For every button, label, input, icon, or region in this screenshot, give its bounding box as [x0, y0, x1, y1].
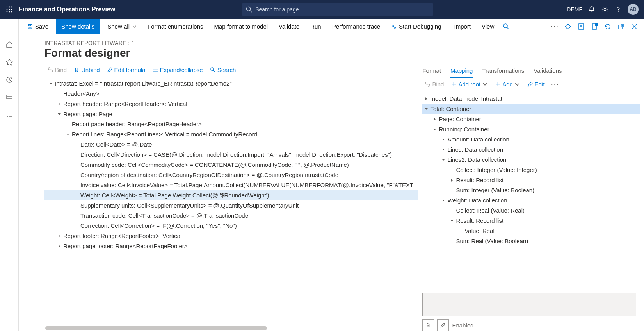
- run-button[interactable]: Run: [305, 19, 327, 34]
- waffle-icon[interactable]: [3, 3, 16, 16]
- help-icon[interactable]: [614, 5, 622, 13]
- global-search[interactable]: Search for a page: [242, 3, 433, 16]
- show-all-button[interactable]: Show all: [102, 19, 142, 34]
- hamburger-icon[interactable]: [6, 23, 13, 32]
- expand-collapse-button[interactable]: Expand/collapse: [149, 66, 206, 73]
- bind-button[interactable]: Bind: [44, 66, 70, 73]
- start-debug-button[interactable]: Start Debugging: [386, 19, 447, 34]
- chevron-down-icon[interactable]: [440, 157, 447, 163]
- chevron-down-icon[interactable]: [56, 111, 62, 117]
- tree-node[interactable]: Report footer: Range<ReportFooter>: Vert…: [44, 231, 418, 241]
- edit-button[interactable]: Edit: [524, 81, 548, 88]
- edit-formula-button[interactable]: Edit formula: [104, 66, 149, 73]
- refresh-icon[interactable]: [601, 19, 614, 34]
- tree-node[interactable]: Total: Container: [422, 104, 640, 114]
- chevron-down-icon[interactable]: [449, 218, 455, 224]
- attachment-icon[interactable]: 0: [588, 19, 601, 34]
- validate-button[interactable]: Validate: [273, 19, 305, 34]
- avatar[interactable]: AD: [628, 4, 639, 15]
- tree-node[interactable]: Correction: Cell<Correction> = IF(@.Corr…: [44, 221, 418, 231]
- chevron-right-icon[interactable]: [449, 177, 455, 183]
- tree-node[interactable]: Value: Real: [422, 226, 640, 236]
- diamond-icon[interactable]: [561, 19, 575, 34]
- star-icon[interactable]: [6, 59, 13, 67]
- more-icon[interactable]: ···: [548, 22, 561, 30]
- tree-node[interactable]: model: Data model Intrastat: [422, 94, 640, 104]
- popout-icon[interactable]: [614, 19, 628, 34]
- tree-node[interactable]: Result: Record list: [422, 175, 640, 185]
- close-icon[interactable]: [628, 19, 641, 34]
- home-icon[interactable]: [6, 41, 13, 49]
- chevron-right-icon[interactable]: [440, 147, 447, 153]
- tree-node[interactable]: Lines: Data collection: [422, 145, 640, 155]
- chevron-right-icon[interactable]: [56, 233, 62, 239]
- tree-node[interactable]: Result: Record list: [422, 216, 640, 226]
- tree-node[interactable]: Sum: Integer (Value: Boolean): [422, 185, 640, 195]
- mapping-tree[interactable]: model: Data model IntrastatTotal: Contai…: [418, 92, 640, 290]
- bell-icon[interactable]: [588, 5, 596, 13]
- perf-trace-button[interactable]: Performance trace: [327, 19, 386, 34]
- chevron-down-icon[interactable]: [423, 106, 429, 112]
- tree-node[interactable]: Direction: Cell<Direction> = CASE(@.Dire…: [44, 150, 418, 160]
- tab-transformations[interactable]: Transformations: [482, 67, 524, 78]
- tree-node[interactable]: Weight: Data collection: [422, 195, 640, 206]
- tree-node[interactable]: Weight: Cell<Weight> = Total.Page.Weight…: [44, 190, 418, 200]
- tab-mapping[interactable]: Mapping: [450, 67, 473, 78]
- chevron-down-icon[interactable]: [432, 126, 438, 132]
- tree-node[interactable]: Intrastat: Excel = "Intrastat report Lit…: [44, 79, 418, 89]
- tree-node[interactable]: Sum: Real (Value: Boolean): [422, 236, 640, 246]
- tree-node[interactable]: Supplementary units: Cell<SupplementaryU…: [44, 200, 418, 211]
- view-button[interactable]: View: [476, 19, 500, 34]
- chevron-right-icon[interactable]: [432, 116, 438, 122]
- tree-node[interactable]: Collect: Real (Value: Real): [422, 206, 640, 216]
- add-root-button[interactable]: Add root: [448, 81, 491, 88]
- tree-node[interactable]: Transaction code: Cell<TransactionCode> …: [44, 211, 418, 221]
- modules-icon[interactable]: [6, 111, 13, 120]
- format-tree[interactable]: Intrastat: Excel = "Intrastat report Lit…: [41, 77, 418, 326]
- tab-format[interactable]: Format: [422, 67, 441, 78]
- tree-node[interactable]: Amount: Data collection: [422, 134, 640, 145]
- tree-node[interactable]: Report header: Range<ReportHeader>: Vert…: [44, 99, 418, 109]
- tree-node[interactable]: Running: Container: [422, 124, 640, 134]
- tree-node[interactable]: Report lines: Range<ReportLines>: Vertic…: [44, 129, 418, 140]
- mapping-more-icon[interactable]: ···: [549, 80, 562, 88]
- chevron-down-icon[interactable]: [65, 131, 71, 138]
- chevron-right-icon[interactable]: [56, 243, 62, 249]
- office-icon[interactable]: [575, 19, 588, 34]
- tree-node[interactable]: Header<Any>: [44, 89, 418, 99]
- tree-node[interactable]: Page: Container: [422, 114, 640, 124]
- chevron-down-icon[interactable]: [48, 81, 54, 87]
- tree-node[interactable]: Report page: Page: [44, 109, 418, 119]
- tab-validations[interactable]: Validations: [534, 67, 562, 78]
- chevron-down-icon[interactable]: [440, 197, 447, 204]
- gear-icon[interactable]: [601, 5, 609, 13]
- chevron-right-icon[interactable]: [56, 101, 62, 107]
- tree-node[interactable]: Commodity code: Cell<CommodityCode> = CO…: [44, 160, 418, 170]
- format-enum-button[interactable]: Format enumerations: [142, 19, 209, 34]
- formula-box[interactable]: [422, 293, 636, 316]
- tree-node[interactable]: Date: Cell<Date> = @.Date: [44, 140, 418, 150]
- add-button[interactable]: Add: [492, 81, 523, 88]
- tree-node[interactable]: Country/region of destination: Cell<Coun…: [44, 170, 418, 180]
- company-code[interactable]: DEMF: [567, 6, 582, 13]
- delete-button[interactable]: [422, 319, 434, 331]
- tree-node[interactable]: Collect: Integer (Value: Integer): [422, 165, 640, 175]
- show-details-button[interactable]: Show details: [56, 19, 100, 34]
- map-format-button[interactable]: Map format to model: [209, 19, 274, 34]
- save-button[interactable]: Save: [37, 19, 54, 34]
- import-button[interactable]: Import: [449, 19, 477, 34]
- chevron-right-icon[interactable]: [440, 136, 447, 143]
- tree-search-button[interactable]: Search: [207, 66, 239, 73]
- h-scrollbar[interactable]: [45, 326, 415, 331]
- tree-node[interactable]: Report page header: Range<ReportPageHead…: [44, 119, 418, 129]
- clock-icon[interactable]: [6, 76, 13, 84]
- chevron-right-icon[interactable]: [423, 96, 429, 102]
- tree-node[interactable]: Report page footer: Range<ReportPageFoot…: [44, 241, 418, 251]
- edit-sq-button[interactable]: [437, 319, 449, 331]
- tree-node[interactable]: Lines2: Data collection: [422, 155, 640, 165]
- tree-node[interactable]: Invoice value: Cell<InvoiceValue> = Tota…: [44, 180, 418, 190]
- mapping-bind-button[interactable]: Bind: [422, 81, 447, 88]
- search-action-icon[interactable]: [500, 19, 513, 34]
- unbind-button[interactable]: Unbind: [71, 66, 103, 73]
- workspace-icon[interactable]: [6, 94, 13, 102]
